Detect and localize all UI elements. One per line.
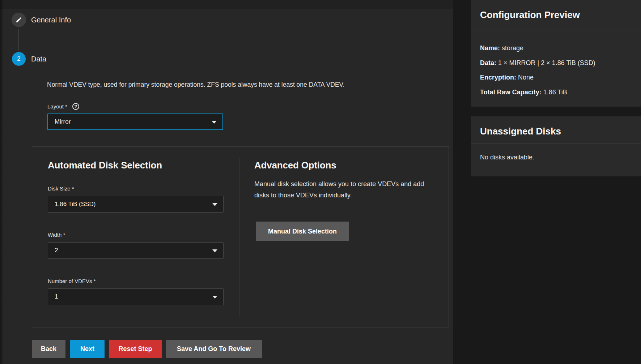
- top-divider-strip: [0, 0, 453, 9]
- automated-disk-selection-title: Automated Disk Selection: [48, 160, 162, 171]
- advanced-options-title: Advanced Options: [254, 160, 336, 171]
- number-of-vdevs-label: Number of VDEVs *: [48, 278, 96, 284]
- step-number-badge: 2: [17, 55, 20, 63]
- no-disks-available-text: No disks available.: [480, 154, 534, 161]
- chevron-down-icon: [212, 121, 217, 124]
- column-divider: [239, 158, 239, 316]
- configuration-preview-rows: Name: storage Data: 1 × MIRROR | 2 × 1.8…: [480, 41, 595, 99]
- chevron-down-icon: [212, 203, 217, 206]
- number-of-vdevs-select[interactable]: 1: [48, 288, 224, 305]
- preview-value: 1 × MIRROR | 2 × 1.86 TiB (SSD): [498, 59, 595, 67]
- disk-size-label: Disk Size *: [48, 185, 74, 192]
- card-divider: [471, 30, 641, 30]
- pencil-icon: [16, 17, 22, 23]
- layout-field-label-row: Layout * ?: [47, 103, 79, 110]
- left-edge-shadow: [0, 0, 4, 364]
- width-select[interactable]: 2: [48, 242, 224, 259]
- preview-row-name: Name: storage: [480, 41, 595, 56]
- step-connector-line: [18, 29, 19, 51]
- preview-row-encryption: Encryption: None: [480, 70, 595, 85]
- disk-size-selected-value: 1.86 TiB (SSD): [55, 201, 95, 208]
- preview-value: 1.86 TiB: [543, 89, 567, 96]
- chevron-down-icon: [212, 296, 217, 299]
- wizard-main-area: General Info 2 Data Normal VDEV type, us…: [0, 0, 453, 364]
- vdevs-selected-value: 1: [55, 293, 58, 300]
- manual-disk-selection-button[interactable]: Manual Disk Selection: [256, 222, 349, 241]
- layout-selected-value: Mirror: [55, 118, 71, 125]
- preview-row-data: Data: 1 × MIRROR | 2 × 1.86 TiB (SSD): [480, 56, 595, 70]
- width-selected-value: 2: [55, 247, 58, 254]
- unassigned-disks-title: Unassigned Disks: [480, 126, 561, 137]
- preview-key: Name:: [480, 44, 500, 52]
- preview-key: Data:: [480, 59, 496, 67]
- unassigned-disks-card: Unassigned Disks No disks available.: [471, 116, 641, 176]
- preview-row-total-capacity: Total Raw Capacity: 1.86 TiB: [480, 85, 595, 100]
- preview-value: storage: [502, 44, 523, 52]
- card-divider: [471, 143, 641, 144]
- help-icon[interactable]: ?: [72, 103, 79, 110]
- layout-select[interactable]: Mirror: [47, 114, 223, 130]
- pool-wizard-screen: General Info 2 Data Normal VDEV type, us…: [0, 0, 641, 364]
- data-vdev-description: Normal VDEV type, used for primary stora…: [47, 81, 345, 89]
- preview-key: Encryption:: [480, 74, 516, 81]
- reset-step-button[interactable]: Reset Step: [109, 340, 162, 358]
- next-button[interactable]: Next: [70, 340, 105, 358]
- step-data-circle[interactable]: 2: [12, 52, 26, 66]
- advanced-options-description: Manual disk selection allows you to crea…: [254, 179, 430, 201]
- disk-size-select[interactable]: 1.86 TiB (SSD): [48, 196, 224, 213]
- configuration-preview-title: Configuration Preview: [480, 9, 580, 21]
- preview-value: None: [518, 74, 534, 81]
- step-label-data[interactable]: Data: [31, 55, 46, 63]
- step-label-general-info[interactable]: General Info: [31, 16, 71, 24]
- back-button[interactable]: Back: [32, 340, 65, 358]
- chevron-down-icon: [212, 249, 217, 252]
- width-label: Width *: [48, 232, 65, 238]
- layout-label: Layout *: [47, 103, 67, 110]
- configuration-preview-card: Configuration Preview Name: storage Data…: [471, 0, 641, 107]
- preview-key: Total Raw Capacity:: [480, 89, 542, 96]
- sidebar: Configuration Preview Name: storage Data…: [453, 0, 641, 364]
- step-general-info-circle[interactable]: [12, 13, 26, 27]
- save-and-go-to-review-button[interactable]: Save And Go To Review: [166, 340, 262, 358]
